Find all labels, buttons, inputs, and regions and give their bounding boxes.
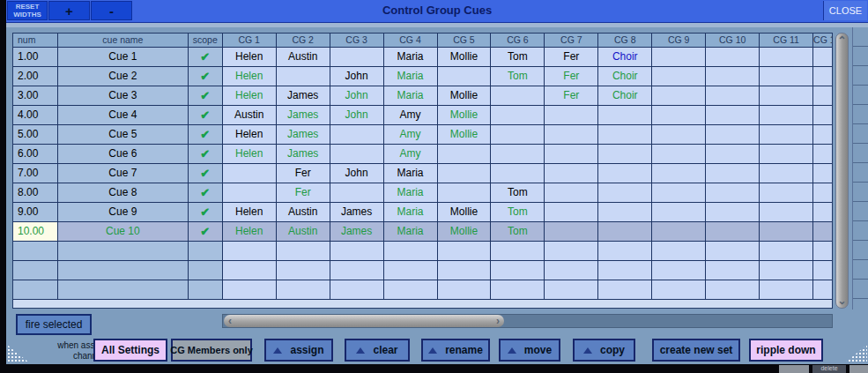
cue-name-cell[interactable]: Cue 6 [58, 145, 189, 164]
cg-cell-2[interactable]: James [277, 125, 330, 145]
cg-cell-1[interactable] [223, 164, 277, 183]
vertical-scrollbar[interactable]: ⌃ ⌄ [835, 33, 849, 309]
cg-cell-4[interactable]: Amy [384, 145, 438, 164]
cg-members-only-button[interactable]: CG Members only [171, 339, 252, 362]
cg-cell-11[interactable] [760, 67, 813, 86]
cg-cell-11[interactable] [760, 145, 813, 164]
cg-cell-7[interactable] [545, 164, 598, 183]
cue-name-cell[interactable]: Cue 5 [58, 125, 189, 145]
cg-cell-1[interactable]: Austin [223, 106, 277, 125]
scope-cell[interactable]: ✔ [189, 67, 223, 86]
cg-cell-11[interactable] [760, 222, 813, 242]
cg-cell-4[interactable]: Amy [384, 106, 438, 125]
cg-cell-12[interactable] [813, 125, 832, 145]
cg-cell-4[interactable]: Maria [384, 183, 438, 203]
cg-cell-3[interactable] [330, 125, 384, 145]
cg-cell-1[interactable]: Helen [223, 48, 277, 67]
cg-cell-5[interactable]: Mollie [438, 48, 492, 67]
cg-cell-2[interactable]: Fer [277, 183, 330, 203]
cg-cell-8[interactable]: Choir [598, 86, 652, 106]
cg-cell-10[interactable] [706, 125, 760, 145]
cg-cell-8[interactable] [598, 183, 652, 203]
rename-button[interactable]: rename [421, 339, 490, 362]
cg-cell-12[interactable] [813, 164, 832, 183]
cg-cell-9[interactable] [652, 203, 706, 222]
cg-cell-3[interactable]: John [330, 67, 384, 86]
cg-cell-5[interactable] [438, 183, 492, 203]
cg-cell-8[interactable] [598, 106, 652, 125]
cg-cell-6[interactable]: Tom [491, 222, 545, 242]
reset-widths-button[interactable]: RESET WIDTHS [7, 1, 48, 20]
cue-number-cell[interactable]: 8.00 [13, 183, 58, 203]
cg-cell-1[interactable]: Helen [223, 67, 277, 86]
cg-cell-9[interactable] [652, 164, 706, 183]
scope-cell[interactable]: ✔ [189, 164, 223, 183]
cg-cell-9[interactable] [652, 86, 706, 106]
ripple-down-button[interactable]: ripple down [749, 339, 823, 362]
cg-cell-6[interactable] [491, 125, 545, 145]
cg-cell-3[interactable]: John [330, 164, 384, 183]
cg-cell-9[interactable] [652, 67, 706, 86]
cue-number-cell[interactable]: 7.00 [13, 164, 58, 183]
scope-cell[interactable]: ✔ [189, 106, 223, 125]
cg-cell-3[interactable]: James [330, 203, 384, 222]
cue-name-cell[interactable]: Cue 1 [58, 48, 189, 67]
cg-cell-11[interactable] [760, 86, 813, 106]
cg-cell-8[interactable] [598, 125, 652, 145]
cg-cell-1[interactable]: Helen [223, 86, 277, 106]
cg-cell-10[interactable] [706, 106, 760, 125]
cg-cell-5[interactable]: Mollie [438, 125, 492, 145]
cg-cell-4[interactable]: Maria [384, 67, 438, 86]
clear-button[interactable]: clear [345, 339, 410, 362]
cg-cell-8[interactable] [598, 164, 652, 183]
cg-cell-11[interactable] [760, 48, 813, 67]
cue-number-cell[interactable]: 3.00 [13, 86, 58, 106]
cg-cell-9[interactable] [652, 48, 706, 67]
cg-cell-2[interactable]: James [277, 106, 330, 125]
cg-cell-4[interactable]: Maria [384, 222, 438, 242]
scope-cell[interactable]: ✔ [189, 145, 223, 164]
cg-cell-6[interactable]: Tom [491, 203, 545, 222]
cg-cell-11[interactable] [760, 203, 813, 222]
cg-cell-10[interactable] [706, 67, 760, 86]
cg-cell-8[interactable] [598, 145, 652, 164]
cue-number-cell[interactable]: 1.00 [13, 48, 58, 67]
cg-cell-2[interactable]: Fer [277, 164, 330, 183]
cg-cell-8[interactable]: Choir [598, 67, 652, 86]
cue-name-cell[interactable]: Cue 4 [58, 106, 189, 125]
cg-cell-4[interactable]: Maria [384, 203, 438, 222]
scope-cell[interactable]: ✔ [189, 86, 223, 106]
cg-cell-2[interactable]: Austin [277, 222, 330, 242]
cg-cell-11[interactable] [760, 183, 813, 203]
cg-cell-11[interactable] [760, 164, 813, 183]
cg-cell-10[interactable] [706, 145, 760, 164]
cg-cell-5[interactable] [438, 164, 492, 183]
cg-cell-3[interactable] [330, 183, 384, 203]
cg-cell-7[interactable] [545, 203, 598, 222]
cg-cell-6[interactable] [491, 86, 545, 106]
cg-cell-2[interactable]: Austin [277, 48, 330, 67]
cg-cell-11[interactable] [760, 125, 813, 145]
cg-cell-9[interactable] [652, 183, 706, 203]
cg-cell-5[interactable]: Mollie [438, 222, 492, 242]
cue-name-cell[interactable]: Cue 9 [58, 203, 189, 222]
cg-cell-10[interactable] [706, 183, 760, 203]
cg-cell-6[interactable] [491, 106, 545, 125]
cg-cell-8[interactable] [598, 222, 652, 242]
increase-width-button[interactable]: + [48, 1, 90, 20]
cue-name-cell[interactable]: Cue 8 [58, 183, 189, 203]
cg-cell-10[interactable] [706, 48, 760, 67]
copy-button[interactable]: copy [573, 339, 635, 362]
cg-cell-6[interactable]: Tom [491, 183, 545, 203]
cue-number-cell[interactable]: 4.00 [13, 106, 58, 125]
cg-cell-2[interactable]: James [277, 86, 330, 106]
assign-button[interactable]: assign [264, 339, 333, 362]
cg-cell-2[interactable]: James [277, 145, 330, 164]
cg-cell-4[interactable]: Amy [384, 125, 438, 145]
cg-cell-1[interactable] [223, 183, 277, 203]
cg-cell-12[interactable] [813, 67, 832, 86]
cg-cell-4[interactable]: Maria [384, 164, 438, 183]
scroll-down-icon[interactable]: ⌄ [836, 295, 848, 307]
cg-cell-3[interactable]: John [330, 86, 384, 106]
all-settings-button[interactable]: All Settings [93, 339, 167, 362]
